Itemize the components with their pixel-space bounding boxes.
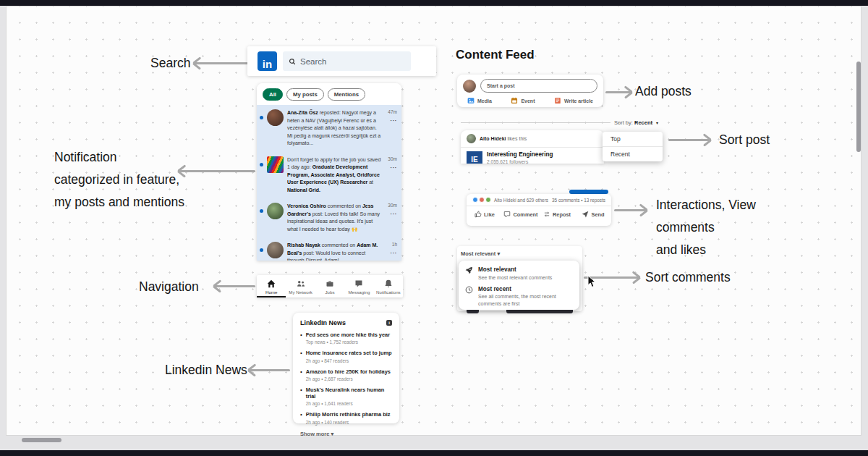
timestamp: 47m	[385, 109, 397, 114]
chevron-down-icon: ▾	[331, 431, 334, 437]
nav-item-notifications[interactable]: Notifications	[374, 275, 403, 297]
arrow-navigation	[214, 285, 255, 287]
home-icon	[267, 279, 276, 288]
notification-text: Rishab Nayak commented on Adam M. Beal's…	[287, 242, 381, 261]
media-button[interactable]: Media	[467, 97, 492, 104]
search-input[interactable]	[300, 57, 394, 66]
org-logo: IE	[467, 151, 482, 164]
annotation-add-posts: Add posts	[635, 84, 692, 99]
nav-item-jobs[interactable]: Jobs	[315, 275, 344, 297]
start-post-panel: Start a post Media Event Write article	[457, 75, 603, 107]
annotation-navigation: Navigation	[139, 279, 199, 295]
unread-dot-icon	[260, 116, 263, 119]
news-item[interactable]: • Amazon to hire 250K for holidays2h ago…	[300, 368, 392, 381]
sort-comments-option-relevant[interactable]: Most relevant See the most relevant comm…	[465, 266, 573, 281]
news-item[interactable]: • Philip Morris rethinks pharma biz2h ag…	[300, 411, 392, 424]
news-item[interactable]: • Musk's Neuralink nears human trial2h a…	[300, 387, 392, 407]
jobs-icon	[326, 279, 334, 288]
news-item[interactable]: • Fed sees one more hike this yearTop ne…	[300, 332, 392, 345]
like-button[interactable]: Like	[467, 206, 503, 222]
bullet-icon: •	[300, 350, 302, 363]
search-icon	[289, 58, 296, 65]
notification-item[interactable]: Ana-Zita Ősz reposted: Nagyot megy a hét…	[257, 105, 401, 152]
chevron-down-icon: ▾	[497, 250, 500, 257]
info-icon[interactable]: i	[386, 320, 392, 326]
repost-icon	[543, 211, 550, 218]
comments-reposts-count[interactable]: 35 comments • 13 reposts	[552, 198, 605, 203]
notifications-icon	[384, 279, 393, 288]
start-post-input[interactable]: Start a post	[480, 79, 597, 93]
avatar	[467, 134, 476, 143]
sort-option-recent[interactable]: Recent	[603, 147, 663, 161]
arrow-linkedin-news	[249, 369, 290, 371]
chevron-down-icon[interactable]: ▾	[656, 120, 658, 125]
annotation-sort-post: Sort post	[719, 132, 770, 148]
sort-comments-trigger[interactable]: Most relevant ▾	[461, 250, 500, 257]
window-top-bar	[0, 0, 868, 6]
overflow-menu-button[interactable]: ···	[385, 250, 397, 256]
vertical-scrollbar[interactable]	[856, 62, 861, 152]
horizontal-scrollbar[interactable]	[22, 438, 61, 442]
nav-item-messaging[interactable]: Messaging	[344, 275, 373, 297]
nav-item-my-network[interactable]: My Network	[286, 275, 315, 297]
unread-dot-icon	[260, 209, 263, 213]
tab-all[interactable]: All	[263, 88, 283, 101]
sort-post-dropdown: Top Recent	[603, 132, 663, 161]
rocket-icon	[465, 266, 473, 274]
comment-button[interactable]: Comment	[503, 206, 539, 222]
news-item[interactable]: • Home insurance rates set to jump2h ago…	[300, 350, 392, 363]
my-network-icon	[297, 279, 305, 288]
write-article-icon	[554, 97, 561, 104]
reactions-summary[interactable]: Aito Hideki and 629 others	[472, 197, 548, 203]
notification-item[interactable]: Veronica Oshiro commented on Jess Gardne…	[257, 198, 401, 237]
overflow-menu-button[interactable]: ···	[385, 117, 397, 124]
unread-dot-icon	[260, 248, 263, 252]
event-icon	[511, 97, 518, 104]
annotation-interactions: Interactions, View comments and likes	[656, 194, 808, 261]
write-article-button[interactable]: Write article	[554, 97, 593, 104]
avatar	[267, 203, 284, 219]
bullet-icon: •	[300, 332, 302, 345]
overflow-menu-button[interactable]: ···	[385, 164, 397, 171]
unread-dot-icon	[260, 163, 263, 166]
search-box[interactable]	[283, 51, 411, 71]
navigation-bar: Home My Network Jobs Messaging Notificat…	[257, 275, 403, 297]
send-icon	[582, 211, 589, 218]
social-proof-text: Aito Hideki likes this	[480, 136, 527, 141]
tab-my-posts[interactable]: My posts	[286, 88, 324, 101]
feed-post: Aito Hideki likes this IE Interesting En…	[461, 130, 604, 164]
repost-button[interactable]: Repost	[539, 206, 575, 222]
bullet-icon: •	[300, 368, 302, 381]
like-icon	[475, 211, 482, 218]
avatar	[267, 242, 284, 258]
mouse-cursor-icon	[587, 275, 597, 291]
arrow-notification	[179, 170, 255, 172]
news-title: LinkedIn News	[300, 319, 346, 326]
arrow-add-posts	[605, 91, 631, 93]
show-more-button[interactable]: Show more ▾	[300, 431, 392, 437]
notification-item[interactable]: Rishab Nayak commented on Adam M. Beal's…	[257, 237, 401, 261]
notification-item[interactable]: Don't forget to apply for the job you sa…	[257, 152, 401, 199]
notifications-panel: All My posts Mentions Ana-Zita Ősz repos…	[257, 83, 401, 261]
sort-comments-dropdown: Most relevant See the most relevant comm…	[459, 261, 579, 310]
sort-option-top[interactable]: Top	[603, 132, 663, 147]
org-name[interactable]: Interesting Engineering	[487, 151, 553, 158]
timestamp: 1h	[385, 242, 397, 247]
tab-mentions[interactable]: Mentions	[328, 88, 365, 101]
notification-text: Ana-Zita Ősz reposted: Nagyot megy a hét…	[287, 109, 381, 148]
sort-by-label: Sort by: Recent	[614, 119, 652, 126]
messaging-icon	[354, 279, 363, 288]
love-reaction-icon	[479, 197, 485, 203]
media-icon	[467, 97, 475, 104]
arrow-sort-post	[668, 139, 710, 141]
timestamp: 30m	[385, 203, 397, 208]
sort-comments-option-recent[interactable]: Most recent See all comments, the most r…	[465, 286, 573, 307]
overflow-menu-button[interactable]: ···	[385, 211, 397, 217]
timestamp: 30m	[385, 156, 397, 161]
send-button[interactable]: Send	[575, 206, 611, 222]
like-reaction-icon	[472, 197, 478, 203]
nav-item-home[interactable]: Home	[257, 275, 286, 297]
event-button[interactable]: Event	[511, 97, 535, 104]
search-bar-snippet: in	[247, 46, 436, 76]
arrow-search	[194, 62, 249, 64]
